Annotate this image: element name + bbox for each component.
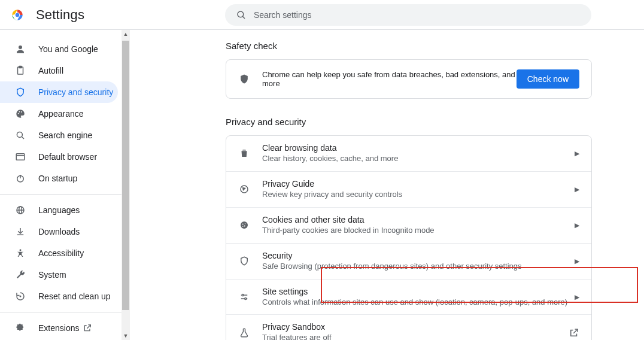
sidebar-item-label: On startup — [38, 174, 77, 183]
row-title: Clear browsing data — [262, 143, 575, 153]
download-icon — [14, 226, 26, 238]
safety-check-card: Chrome can help keep you safe from data … — [226, 59, 592, 99]
chevron-right-icon: ▶ — [575, 186, 579, 193]
row-privacy-guide[interactable]: Privacy Guide Review key privacy and sec… — [226, 172, 591, 208]
sidebar-item-label: You and Google — [38, 44, 98, 54]
compass-icon — [238, 183, 250, 195]
svg-point-29 — [245, 223, 246, 224]
power-icon — [14, 172, 26, 184]
scroll-down-icon[interactable]: ▼ — [121, 332, 130, 340]
flask-icon — [238, 327, 250, 339]
sidebar-item-label: Downloads — [38, 227, 80, 236]
svg-point-2 — [16, 13, 20, 17]
row-site-settings[interactable]: Site settings Controls what information … — [226, 280, 591, 315]
clipboard-icon — [14, 65, 26, 77]
divider — [0, 194, 121, 195]
svg-point-31 — [242, 226, 244, 227]
row-subtitle: Third-party cookies are blocked in Incog… — [262, 226, 575, 236]
row-subtitle: Review key privacy and security controls — [262, 190, 575, 200]
row-title: Site settings — [262, 287, 575, 296]
svg-point-9 — [19, 111, 20, 113]
row-subtitle: Controls what information sites can use … — [262, 298, 575, 308]
sidebar-item-default-browser[interactable]: Default browser — [0, 146, 118, 168]
sidebar-item-label: Privacy and security — [38, 87, 113, 97]
shield-check-icon — [238, 73, 250, 85]
svg-rect-13 — [16, 154, 25, 160]
palette-icon — [14, 108, 26, 120]
shield-icon — [14, 86, 26, 98]
svg-point-5 — [19, 45, 22, 49]
app-title: Settings — [36, 7, 84, 23]
row-privacy-sandbox[interactable]: Privacy Sandbox Trial features are off — [226, 315, 591, 340]
row-security[interactable]: Security Safe Browsing (protection from … — [226, 244, 591, 280]
sidebar-item-on-startup[interactable]: On startup — [0, 168, 118, 189]
svg-point-10 — [21, 111, 22, 113]
row-cookies[interactable]: Cookies and other site data Third-party … — [226, 208, 591, 244]
svg-line-24 — [87, 325, 91, 329]
sidebar-item-downloads[interactable]: Downloads — [0, 221, 118, 242]
sidebar-item-label: Accessibility — [38, 248, 84, 258]
globe-icon — [14, 204, 26, 216]
svg-point-33 — [242, 295, 244, 296]
person-icon — [14, 43, 26, 55]
search-box[interactable] — [225, 4, 591, 26]
row-subtitle: Clear history, cookies, cache, and more — [262, 154, 575, 164]
privacy-card: Clear browsing data Clear history, cooki… — [226, 135, 592, 340]
chevron-right-icon: ▶ — [575, 257, 579, 265]
search-icon — [236, 10, 247, 20]
chevron-right-icon: ▶ — [575, 221, 579, 229]
check-now-button[interactable]: Check now — [517, 69, 579, 89]
row-clear-browsing-data[interactable]: Clear browsing data Clear history, cooki… — [226, 136, 591, 172]
sidebar-item-reset[interactable]: Reset and clean up — [0, 286, 118, 307]
sidebar-item-label: System — [38, 270, 66, 280]
sidebar-item-you-and-google[interactable]: You and Google — [0, 38, 118, 60]
privacy-security-heading: Privacy and security — [226, 117, 592, 127]
cookie-icon — [238, 219, 250, 231]
svg-point-8 — [18, 113, 19, 114]
row-subtitle: Trial features are off — [262, 333, 569, 340]
svg-point-23 — [20, 296, 21, 297]
browser-icon — [14, 151, 26, 163]
scrollbar[interactable]: ▲ ▼ — [121, 30, 130, 340]
sidebar-item-system[interactable]: System — [0, 264, 118, 286]
sidebar-item-label: Reset and clean up — [38, 292, 111, 301]
search-input[interactable] — [254, 10, 591, 20]
sidebar-item-search-engine[interactable]: Search engine — [0, 125, 118, 146]
svg-rect-7 — [19, 66, 22, 68]
svg-point-3 — [238, 11, 244, 17]
row-title: Privacy Guide — [262, 179, 575, 189]
svg-line-12 — [22, 136, 24, 139]
chevron-right-icon: ▶ — [575, 293, 579, 301]
sliders-icon — [238, 291, 250, 303]
safety-check-heading: Safety check — [226, 41, 592, 51]
sidebar-item-languages[interactable]: Languages — [0, 199, 118, 221]
open-external-icon — [83, 323, 92, 333]
svg-line-36 — [573, 329, 578, 333]
scrollbar-thumb[interactable] — [122, 41, 129, 310]
restore-icon — [14, 290, 26, 302]
svg-point-27 — [241, 221, 248, 229]
sidebar-item-label: Languages — [38, 205, 80, 215]
sidebar-item-autofill[interactable]: Autofill — [0, 60, 118, 81]
shield-outline-icon — [238, 255, 250, 267]
sidebar-item-label: Search engine — [38, 130, 92, 140]
trash-icon — [238, 147, 250, 159]
scroll-up-icon[interactable]: ▲ — [121, 30, 130, 38]
sidebar-item-label: Appearance — [38, 109, 84, 119]
chrome-logo-icon — [10, 7, 25, 23]
svg-marker-26 — [243, 188, 245, 190]
sidebar-item-privacy-security[interactable]: Privacy and security — [0, 81, 118, 103]
svg-point-22 — [20, 249, 22, 251]
sidebar-item-appearance[interactable]: Appearance — [0, 103, 118, 125]
sidebar-item-accessibility[interactable]: Accessibility — [0, 242, 118, 264]
row-title: Cookies and other site data — [262, 215, 575, 224]
extension-icon — [14, 322, 26, 334]
svg-point-28 — [242, 224, 244, 225]
sidebar-item-extensions[interactable]: Extensions — [0, 317, 118, 339]
svg-point-30 — [244, 226, 245, 227]
sidebar: You and Google Autofill Privacy and secu… — [0, 30, 130, 340]
row-subtitle: Safe Browsing (protection from dangerous… — [262, 262, 575, 272]
svg-line-4 — [242, 16, 245, 19]
svg-point-11 — [17, 132, 22, 137]
accessibility-icon — [14, 247, 26, 259]
